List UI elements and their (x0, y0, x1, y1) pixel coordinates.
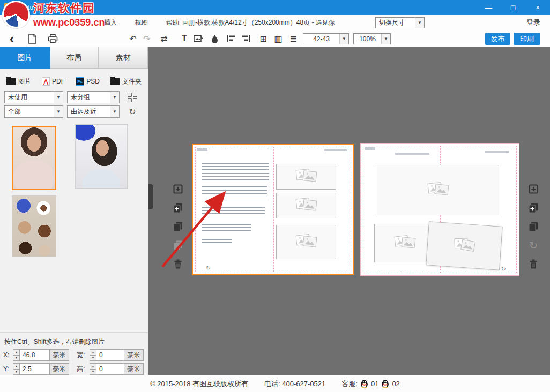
paste-page-icon[interactable] (172, 239, 184, 251)
usage-filter-value: 未使用 (5, 93, 54, 102)
maximize-button[interactable]: □ (501, 0, 525, 15)
add-page-icon[interactable] (527, 202, 539, 214)
qq-service-icon[interactable] (381, 379, 389, 388)
publish-button[interactable]: 发布 (485, 33, 510, 45)
switch-size-dropdown[interactable]: 切换尺寸 ▼ (375, 17, 425, 28)
spinner-down-icon[interactable]: ▼ (90, 356, 96, 361)
delete-page-icon[interactable] (172, 258, 184, 270)
menu-file[interactable]: 文件 (42, 18, 55, 27)
new-document-icon[interactable] (26, 33, 39, 44)
source-folder[interactable]: 文件夹 (110, 77, 142, 86)
folder-icon (6, 78, 16, 85)
spinner-down-icon[interactable]: ▼ (90, 370, 96, 375)
menu-view[interactable]: 视图 (135, 18, 148, 27)
photo-placeholder[interactable] (426, 221, 502, 270)
print-setup-icon[interactable] (46, 33, 59, 44)
add-spread-icon[interactable] (172, 183, 184, 195)
height-label: 高: (77, 365, 90, 374)
rotate-corner-icon[interactable]: ↻ (206, 265, 211, 272)
photo-thumbnail[interactable] (75, 124, 128, 189)
zoom-dropdown[interactable]: 100% ▼ (353, 33, 391, 44)
y-label: Y: (3, 365, 13, 373)
add-page-icon[interactable] (172, 202, 184, 214)
replace-image-icon[interactable] (208, 33, 221, 44)
close-button[interactable]: × (525, 0, 550, 15)
page-range-dropdown[interactable]: 42-43 ▼ (303, 33, 349, 44)
rotate-corner-icon[interactable]: ↻ (501, 266, 506, 273)
chevron-down-icon: ▼ (339, 34, 348, 44)
qq-service-icon[interactable] (360, 379, 368, 388)
spinner-up-icon[interactable]: ▲ (13, 364, 19, 370)
toolbar: ‹ ↶ ↷ ⇄ T ⊞ ▥ ≣ 42-43 ▼ 100% ▼ 发布 印刷 (0, 30, 550, 47)
layout-grid-icon[interactable]: ⊞ (257, 33, 270, 44)
height-field[interactable]: 0 (96, 363, 124, 375)
sidebar-collapse-handle[interactable] (148, 184, 153, 209)
source-images-label: 图片 (18, 77, 31, 86)
psd-icon: Ps (76, 77, 84, 86)
sort-filter-select[interactable]: 由远及近 ▼ (67, 105, 120, 118)
page-caption-mark (395, 153, 429, 155)
placeholder-text-lines (202, 207, 265, 220)
album-spread-selected[interactable]: ↻ (192, 144, 354, 275)
usage-filter-select[interactable]: 未使用 ▼ (4, 91, 63, 103)
grid-view-icon[interactable] (127, 92, 138, 103)
photo-placeholder[interactable] (276, 164, 336, 190)
all-filter-select[interactable]: 全部 ▼ (4, 105, 63, 118)
x-field[interactable]: 46.8 (20, 349, 50, 361)
photo-placeholder[interactable] (377, 165, 499, 215)
page-list-icon[interactable]: ≣ (287, 33, 300, 44)
spinner-down-icon[interactable]: ▼ (13, 370, 19, 375)
spinner-up-icon[interactable]: ▲ (90, 364, 96, 370)
align-left-icon[interactable] (225, 33, 238, 44)
edit-image-icon[interactable] (192, 33, 205, 44)
photo-thumbnail-collage[interactable] (12, 195, 56, 257)
menu-insert[interactable]: 插入 (104, 18, 117, 27)
tab-pictures[interactable]: 图片 (0, 47, 50, 69)
spinner-up-icon[interactable]: ▲ (13, 350, 19, 356)
height-stepper[interactable]: ▲ ▼ (90, 363, 96, 375)
y-stepper[interactable]: ▲ ▼ (13, 363, 20, 375)
minimize-button[interactable]: — (476, 0, 501, 15)
width-stepper[interactable]: ▲ ▼ (90, 349, 96, 361)
placeholder-text-lines (202, 163, 269, 182)
add-spread-icon[interactable] (527, 183, 539, 195)
width-field[interactable]: 0 (96, 349, 124, 361)
spread-tools-right: ↻ (527, 183, 539, 270)
table-view-icon[interactable]: ▥ (272, 33, 285, 44)
align-right-icon[interactable] (240, 33, 252, 44)
sync-page-icon[interactable]: ↻ (527, 239, 539, 251)
group-filter-select[interactable]: 未分组 ▼ (67, 91, 120, 103)
photo-thumbnail-selected[interactable] (12, 126, 56, 190)
shuffle-layout-icon[interactable]: ⇄ (158, 33, 170, 44)
tab-materials[interactable]: 素材 (99, 47, 148, 69)
y-field[interactable]: 2.5 (20, 363, 50, 375)
page-header-mark (485, 151, 509, 153)
album-spread[interactable]: ↻ (361, 144, 519, 275)
menu-help[interactable]: 帮助 (166, 18, 179, 27)
design-canvas[interactable]: ↻ ↻ (148, 47, 550, 375)
photo-placeholder[interactable] (276, 225, 336, 259)
multiselect-hint: 按住Ctrl、Shift多选，右键删除图片 (4, 337, 105, 346)
back-button[interactable]: ‹ (5, 30, 18, 47)
copy-page-icon[interactable] (527, 221, 539, 232)
x-stepper[interactable]: ▲ ▼ (13, 349, 20, 361)
login-link[interactable]: 登录 (526, 15, 540, 30)
menu-edit[interactable]: 编辑 (73, 18, 86, 27)
source-psd[interactable]: Ps PSD (76, 77, 100, 86)
insert-text-icon[interactable]: T (178, 33, 191, 44)
x-label: X: (3, 351, 13, 359)
print-button[interactable]: 印刷 (514, 33, 540, 45)
source-pdf[interactable]: ⋀ PDF (42, 77, 65, 86)
delete-page-icon[interactable] (527, 258, 539, 270)
refresh-icon[interactable]: ↻ (127, 106, 138, 118)
source-images[interactable]: 图片 (6, 77, 31, 86)
tab-layout[interactable]: 布局 (50, 47, 99, 69)
photo-placeholder[interactable] (276, 193, 336, 218)
page-header-mark (324, 149, 347, 151)
spinner-up-icon[interactable]: ▲ (90, 350, 96, 356)
spinner-down-icon[interactable]: ▼ (13, 356, 19, 361)
undo-icon[interactable]: ↶ (127, 33, 139, 44)
redo-icon[interactable]: ↷ (140, 33, 153, 44)
chevron-down-icon: ▼ (381, 34, 390, 44)
copy-page-icon[interactable] (172, 221, 184, 232)
